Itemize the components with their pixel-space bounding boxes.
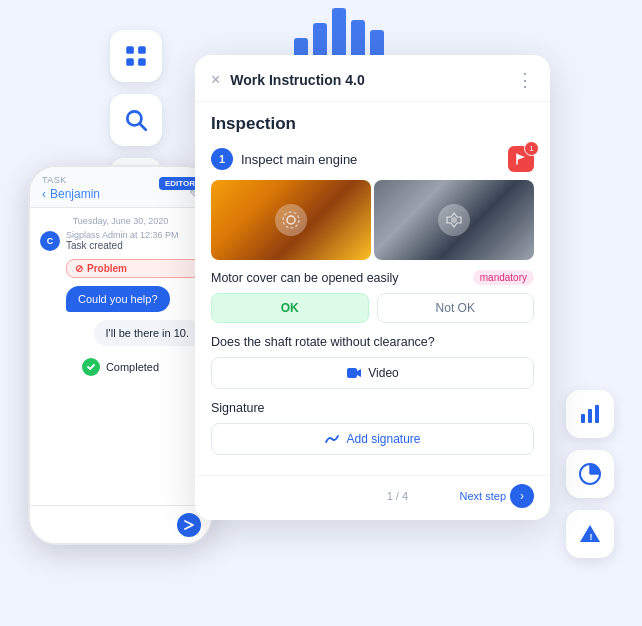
chat-bubble-2: I'll be there in 10. <box>94 320 201 346</box>
svg-point-20 <box>283 212 299 228</box>
svg-point-22 <box>451 217 457 223</box>
message-input-bar <box>30 505 211 543</box>
phone-header: TASK ‹ Benjamin ✎ EDITOR <box>30 167 211 208</box>
problem-badge: ⊘ Problem <box>66 259 201 278</box>
completed-icon <box>82 358 100 376</box>
task-created-msg: Task created <box>66 240 179 251</box>
card-header: × Work Instruction 4.0 ⋮ <box>195 55 550 102</box>
problem-label: Problem <box>87 263 127 274</box>
svg-rect-11 <box>581 414 585 423</box>
send-button[interactable] <box>177 513 201 537</box>
search-icon <box>123 107 149 133</box>
svg-rect-12 <box>588 409 592 423</box>
image-overlay-1 <box>211 180 371 260</box>
page-indicator: 1 / 4 <box>335 490 459 502</box>
image-overlay-2 <box>374 180 534 260</box>
grid-icon-box[interactable] <box>110 30 162 82</box>
form-section: Motor cover can be opened easily mandato… <box>195 270 550 475</box>
warning-icon-box[interactable]: ! <box>566 510 614 558</box>
step-label: Inspect main engine <box>241 152 508 167</box>
next-step-button[interactable]: Next step › <box>460 484 534 508</box>
next-circle: › <box>510 484 534 508</box>
bar-5 <box>370 30 384 58</box>
message-input[interactable] <box>40 519 177 530</box>
step-row: 1 Inspect main engine <box>195 142 550 180</box>
video-button[interactable]: Video <box>211 357 534 389</box>
svg-point-19 <box>287 216 295 224</box>
question-1-row: Motor cover can be opened easily mandato… <box>211 270 534 285</box>
question-2: Does the shaft rotate without clearance? <box>211 335 534 349</box>
svg-rect-1 <box>138 46 146 54</box>
ok-notok-buttons: OK Not OK <box>211 293 534 323</box>
svg-rect-0 <box>126 46 134 54</box>
video-icon <box>346 367 362 379</box>
gear-shape-2 <box>438 204 470 236</box>
section-title: Inspection <box>195 102 550 142</box>
add-signature-button[interactable]: Add signature <box>211 423 534 455</box>
question-1: Motor cover can be opened easily <box>211 271 399 285</box>
svg-rect-3 <box>138 58 146 66</box>
bar-chart-icon-box[interactable] <box>566 390 614 438</box>
flag-icon <box>514 152 528 166</box>
bar-3 <box>332 8 346 58</box>
back-arrow: ‹ <box>42 187 46 201</box>
completed-row: Completed <box>40 358 201 376</box>
signature-label: Signature <box>211 401 534 415</box>
grid-icon <box>123 43 149 69</box>
avatar: C <box>40 231 60 251</box>
bar-4 <box>351 20 365 58</box>
back-button[interactable]: ‹ Benjamin <box>42 187 100 201</box>
phone-mockup: TASK ‹ Benjamin ✎ EDITOR Tuesday, June 3… <box>28 165 213 545</box>
svg-marker-24 <box>357 369 361 377</box>
next-step-label: Next step <box>460 490 506 502</box>
not-ok-button[interactable]: Not OK <box>377 293 535 323</box>
svg-rect-23 <box>347 368 357 378</box>
send-icon <box>183 519 195 531</box>
engine-image-2 <box>374 180 534 260</box>
svg-text:!: ! <box>590 532 593 542</box>
card-footer: 1 / 4 Next step › <box>195 475 550 520</box>
completed-label: Completed <box>106 361 159 373</box>
chat-date: Tuesday, June 30, 2020 <box>30 208 211 230</box>
gear-icon-1 <box>281 210 301 230</box>
check-icon <box>86 362 96 372</box>
problem-icon: ⊘ <box>75 263 83 274</box>
engine-images <box>195 180 550 270</box>
card-menu-button[interactable]: ⋮ <box>516 69 534 91</box>
svg-line-5 <box>140 124 146 130</box>
add-signature-label: Add signature <box>346 432 420 446</box>
chat-area: C Sigplass Admin at 12:36 PM Task create… <box>30 230 211 376</box>
video-label: Video <box>368 366 398 380</box>
system-message: C Sigplass Admin at 12:36 PM Task create… <box>40 230 201 251</box>
bar-chart <box>294 8 384 58</box>
signature-icon <box>324 433 340 445</box>
mandatory-badge: mandatory <box>473 270 534 285</box>
right-icon-panel: ! <box>566 390 614 558</box>
close-button[interactable]: × <box>211 71 220 89</box>
ok-button[interactable]: OK <box>211 293 369 323</box>
warning-icon: ! <box>578 522 602 546</box>
svg-rect-2 <box>126 58 134 66</box>
gear-icon-2 <box>444 210 464 230</box>
system-time: Sigplass Admin at 12:36 PM <box>66 230 179 240</box>
pie-chart-icon-box[interactable] <box>566 450 614 498</box>
flag-badge <box>508 146 534 172</box>
engine-image-1 <box>211 180 371 260</box>
chat-bubble-1: Could you help? <box>66 286 170 312</box>
svg-rect-13 <box>595 405 599 423</box>
step-number: 1 <box>211 148 233 170</box>
main-card: × Work Instruction 4.0 ⋮ Inspection 1 In… <box>195 55 550 520</box>
contact-name: Benjamin <box>50 187 100 201</box>
pie-chart-icon <box>578 462 602 486</box>
gear-shape-1 <box>275 204 307 236</box>
search-icon-box[interactable] <box>110 94 162 146</box>
card-title: Work Instruction 4.0 <box>230 72 516 88</box>
bar-chart-icon <box>578 402 602 426</box>
bar-2 <box>313 23 327 58</box>
